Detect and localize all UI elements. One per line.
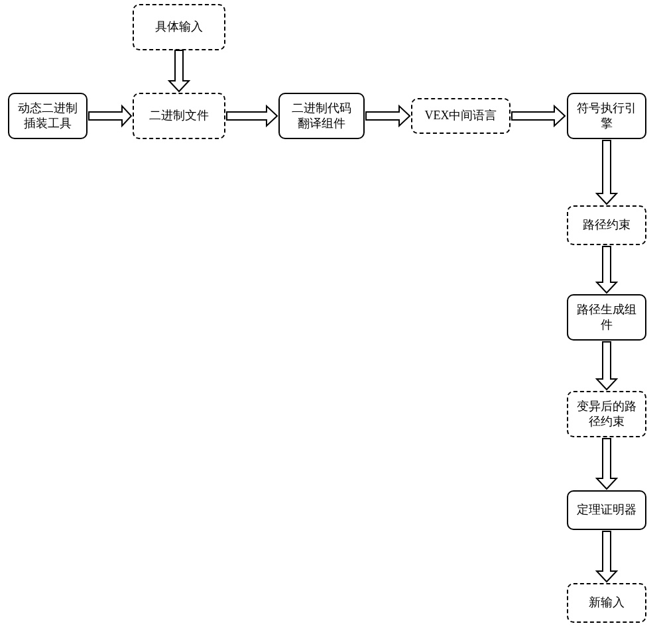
arrow-pathgen-to-mutconstr <box>597 342 617 390</box>
arrow-trans-to-vex <box>366 106 410 126</box>
arrow-pathconstr-to-pathgen <box>597 246 617 293</box>
node-binary-file: 二进制文件 <box>133 93 225 139</box>
node-symbolic-engine: 符号执行引擎 <box>567 93 646 139</box>
svg-marker-5 <box>597 140 617 204</box>
svg-marker-7 <box>597 342 617 390</box>
node-label: 具体输入 <box>155 19 203 34</box>
node-label: 动态二进制插装工具 <box>16 101 80 132</box>
node-theorem-prover: 定理证明器 <box>567 490 646 530</box>
node-label: 二进制代码翻译组件 <box>286 101 357 132</box>
node-new-input: 新输入 <box>567 583 646 623</box>
node-concrete-input: 具体输入 <box>133 4 225 50</box>
node-label: 符号执行引擎 <box>575 101 638 132</box>
node-label: VEX中间语言 <box>425 108 497 123</box>
node-path-generation: 路径生成组件 <box>567 294 646 341</box>
svg-marker-1 <box>89 106 131 126</box>
arrow-engine-to-pathconstr <box>597 140 617 204</box>
arrow-mutconstr-to-prover <box>597 439 617 489</box>
node-label: 新输入 <box>589 595 625 610</box>
node-mutated-constraints: 变异后的路径约束 <box>567 391 646 437</box>
arrow-prover-to-newinput <box>597 531 617 582</box>
node-instrumentation-tool: 动态二进制插装工具 <box>8 93 88 139</box>
arrow-tool-to-binary <box>89 106 131 126</box>
arrow-vex-to-engine <box>512 106 565 126</box>
svg-marker-8 <box>597 439 617 489</box>
svg-marker-9 <box>597 531 617 582</box>
arrow-concrete-to-binary <box>169 50 189 91</box>
node-label: 路径生成组件 <box>575 302 638 333</box>
svg-marker-4 <box>512 106 565 126</box>
node-vex-ir: VEX中间语言 <box>411 98 511 134</box>
node-path-constraints: 路径约束 <box>567 205 646 245</box>
svg-marker-0 <box>169 50 189 91</box>
node-label: 二进制文件 <box>149 108 209 123</box>
node-label: 变异后的路径约束 <box>575 399 638 430</box>
flowchart: 具体输入 动态二进制插装工具 二进制文件 二进制代码翻译组件 VEX中间语言 符… <box>0 0 663 644</box>
node-label: 路径约束 <box>583 217 631 233</box>
svg-marker-3 <box>366 106 410 126</box>
node-translation-component: 二进制代码翻译组件 <box>278 93 365 139</box>
svg-marker-2 <box>227 106 277 126</box>
node-label: 定理证明器 <box>577 502 636 517</box>
arrow-binary-to-trans <box>227 106 277 126</box>
svg-marker-6 <box>597 246 617 293</box>
